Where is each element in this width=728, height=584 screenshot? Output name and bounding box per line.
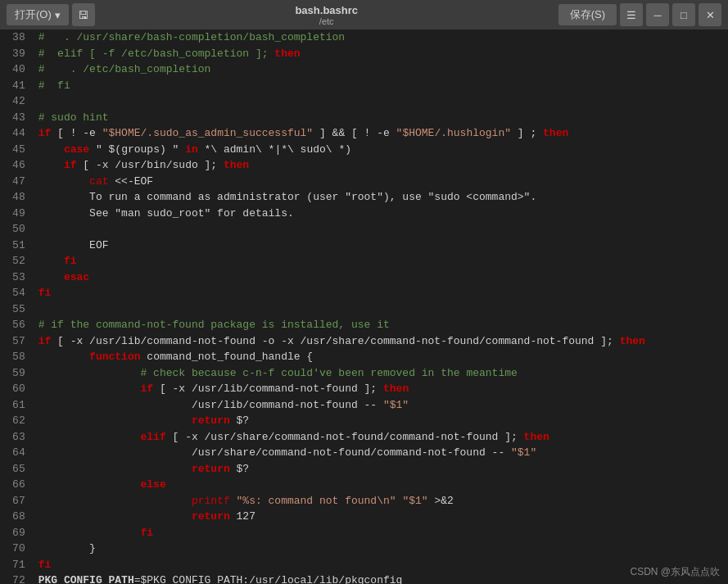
table-row: 59 # check because c-n-f could've been r… <box>0 365 728 382</box>
line-number: 38 <box>0 29 35 46</box>
line-code: fi <box>35 285 728 301</box>
table-row: 63 elif [ -x /usr/share/command-not-foun… <box>0 429 728 446</box>
line-code: # check because c-n-f could've been remo… <box>35 365 728 382</box>
line-number: 65 <box>0 461 35 478</box>
table-row: 41# fi <box>0 78 728 94</box>
hamburger-icon: ☰ <box>626 9 636 21</box>
save-file-icon: 🖫 <box>78 9 88 21</box>
line-code: To run a command as administrator (user … <box>35 189 728 206</box>
table-row: 44if [ ! -e "$HOME/.sudo_as_admin_succes… <box>0 125 728 142</box>
table-row: 60 if [ -x /usr/lib/command-not-found ];… <box>0 381 728 397</box>
table-row: 47 cat <<-EOF <box>0 174 728 190</box>
titlebar-left: 打开(O) ▾ 🖫 <box>7 3 95 26</box>
table-row: 50 <box>0 221 728 238</box>
line-code: if [ ! -e "$HOME/.sudo_as_admin_successf… <box>35 125 728 142</box>
table-row: 49 See "man sudo_root" for details. <box>0 206 728 222</box>
table-row: 38# . /usr/share/bash-completion/bash_co… <box>0 29 728 46</box>
table-row: 67 printf "%s: command not found\n" "$1"… <box>0 493 728 509</box>
line-number: 64 <box>0 445 35 461</box>
code-editor[interactable]: 38# . /usr/share/bash-completion/bash_co… <box>0 29 728 584</box>
line-code: # fi <box>35 78 728 94</box>
table-row: 55 <box>0 301 728 318</box>
dropdown-arrow-icon: ▾ <box>55 9 61 21</box>
table-row: 65 return $? <box>0 461 728 478</box>
line-code: PKG_CONFIG_PATH=$PKG_CONFIG_PATH:/usr/lo… <box>35 573 728 584</box>
line-number: 72 <box>0 573 35 584</box>
table-row: 58 function command_not_found_handle { <box>0 349 728 365</box>
menu-button[interactable]: ☰ <box>620 3 643 26</box>
line-code: esac <box>35 269 728 286</box>
line-code: # . /usr/share/bash-completion/bash_comp… <box>35 29 728 46</box>
line-code <box>35 221 728 238</box>
line-code: # . /etc/bash_completion <box>35 61 728 78</box>
line-code: cat <<-EOF <box>35 174 728 190</box>
line-number: 45 <box>0 142 35 158</box>
maximize-icon: □ <box>681 9 687 21</box>
table-row: 68 return 127 <box>0 509 728 525</box>
table-row: 52 fi <box>0 253 728 269</box>
line-number: 52 <box>0 253 35 269</box>
close-button[interactable]: ✕ <box>699 3 721 26</box>
table-row: 54fi <box>0 285 728 301</box>
watermark: CSDN @东风点点吹 <box>630 565 720 579</box>
line-number: 46 <box>0 157 35 174</box>
titlebar: 打开(O) ▾ 🖫 bash.bashrc /etc 保存(S) ☰ ─ □ ✕ <box>0 0 728 29</box>
line-code: function command_not_found_handle { <box>35 349 728 365</box>
line-code: return $? <box>35 413 728 429</box>
line-code: return 127 <box>35 509 728 525</box>
table-row: 39# elif [ -f /etc/bash_completion ]; th… <box>0 46 728 62</box>
line-code: else <box>35 477 728 493</box>
table-row: 66 else <box>0 477 728 493</box>
table-row: 56# if the command-not-found package is … <box>0 317 728 333</box>
line-number: 47 <box>0 174 35 190</box>
line-number: 63 <box>0 429 35 446</box>
line-number: 70 <box>0 541 35 557</box>
line-number: 54 <box>0 285 35 301</box>
line-number: 71 <box>0 557 35 573</box>
code-table: 38# . /usr/share/bash-completion/bash_co… <box>0 29 728 584</box>
table-row: 70 } <box>0 541 728 557</box>
table-row: 42 <box>0 93 728 110</box>
table-row: 43# sudo hint <box>0 110 728 126</box>
table-row: 53 esac <box>0 269 728 286</box>
table-row: 46 if [ -x /usr/bin/sudo ]; then <box>0 157 728 174</box>
save-button[interactable]: 保存(S) <box>558 4 617 25</box>
minimize-icon: ─ <box>653 9 661 21</box>
line-code: } <box>35 541 728 557</box>
line-number: 43 <box>0 110 35 126</box>
line-number: 53 <box>0 269 35 286</box>
line-code: if [ -x /usr/lib/command-not-found ]; th… <box>35 381 728 397</box>
table-row: 64 /usr/share/command-not-found/command-… <box>0 445 728 461</box>
line-code: See "man sudo_root" for details. <box>35 206 728 222</box>
line-code: EOF <box>35 238 728 254</box>
table-row: 61 /usr/lib/command-not-found -- "$1" <box>0 397 728 414</box>
table-row: 72PKG_CONFIG_PATH=$PKG_CONFIG_PATH:/usr/… <box>0 573 728 584</box>
minimize-button[interactable]: ─ <box>646 3 669 26</box>
line-number: 58 <box>0 349 35 365</box>
line-code: # if the command-not-found package is in… <box>35 317 728 333</box>
file-name: bash.bashrc <box>295 4 358 16</box>
line-number: 68 <box>0 509 35 525</box>
line-number: 56 <box>0 317 35 333</box>
table-row: 62 return $? <box>0 413 728 429</box>
line-number: 51 <box>0 238 35 254</box>
line-number: 69 <box>0 525 35 541</box>
line-code: return $? <box>35 461 728 478</box>
line-number: 62 <box>0 413 35 429</box>
line-number: 59 <box>0 365 35 382</box>
file-path: /etc <box>95 16 558 26</box>
line-number: 48 <box>0 189 35 206</box>
table-row: 57if [ -x /usr/lib/command-not-found -o … <box>0 333 728 350</box>
titlebar-right: 保存(S) ☰ ─ □ ✕ <box>558 3 721 26</box>
maximize-button[interactable]: □ <box>672 3 695 26</box>
line-code <box>35 301 728 318</box>
table-row: 69 fi <box>0 525 728 541</box>
save-icon-button[interactable]: 🖫 <box>72 3 95 26</box>
line-number: 60 <box>0 381 35 397</box>
line-code <box>35 93 728 110</box>
line-code: if [ -x /usr/bin/sudo ]; then <box>35 157 728 174</box>
table-row: 45 case " $(groups) " in *\ admin\ *|*\ … <box>0 142 728 158</box>
line-code: printf "%s: command not found\n" "$1" >&… <box>35 493 728 509</box>
open-menu-button[interactable]: 打开(O) ▾ <box>7 4 69 25</box>
line-code: /usr/share/command-not-found/command-not… <box>35 445 728 461</box>
